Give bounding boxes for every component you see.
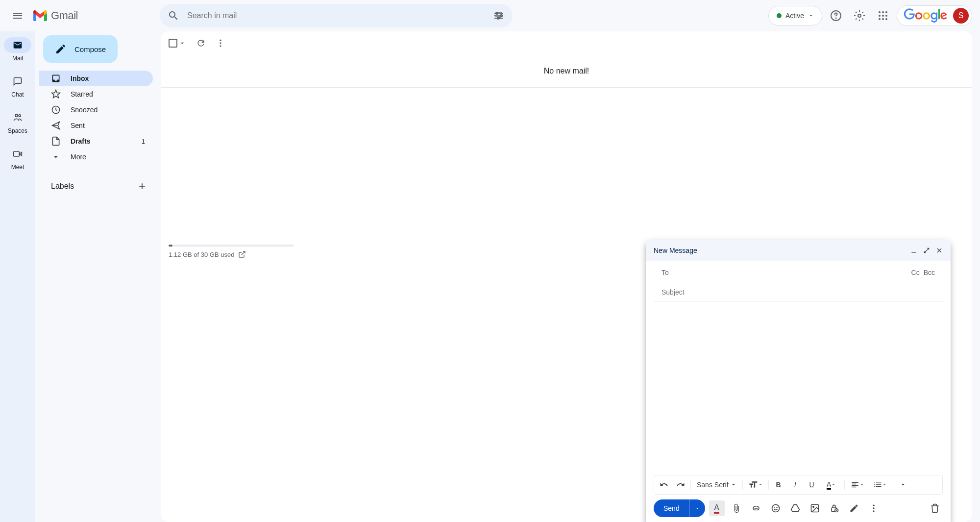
insert-signature-button[interactable] xyxy=(846,500,862,516)
more-formatting-button[interactable] xyxy=(895,477,911,493)
italic-button[interactable]: I xyxy=(787,477,803,493)
rail-item-mail[interactable]: Mail xyxy=(0,35,35,64)
insert-emoji-button[interactable] xyxy=(768,500,784,516)
open-external-icon[interactable] xyxy=(238,250,246,258)
mail-icon xyxy=(13,40,23,50)
sidebar-item-inbox[interactable]: Inbox xyxy=(39,71,153,86)
apps-grid-icon xyxy=(877,10,889,22)
more-actions-button[interactable] xyxy=(216,38,225,48)
app-name: Gmail xyxy=(51,9,78,22)
search-options-icon[interactable] xyxy=(493,10,505,22)
status-selector[interactable]: Active xyxy=(768,6,822,25)
to-input[interactable] xyxy=(675,269,911,276)
attach-file-button[interactable] xyxy=(729,500,744,516)
insert-link-button[interactable] xyxy=(748,500,764,516)
svg-point-26 xyxy=(813,506,814,508)
google-logo-icon xyxy=(903,8,948,23)
text-color-button[interactable]: A xyxy=(821,477,842,493)
add-label-button[interactable] xyxy=(137,181,147,191)
rail-item-chat[interactable]: Chat xyxy=(0,72,35,100)
chevron-down-icon xyxy=(51,152,61,162)
pen-icon xyxy=(849,503,859,513)
discard-draft-button[interactable] xyxy=(927,500,943,516)
sidebar-item-snoozed[interactable]: Snoozed xyxy=(39,102,153,118)
minimize-button[interactable] xyxy=(910,247,917,254)
account-section[interactable]: S xyxy=(897,5,972,26)
drive-icon xyxy=(790,503,800,513)
svg-point-24 xyxy=(777,507,777,508)
labels-header: Labels xyxy=(39,176,157,196)
inbox-icon xyxy=(51,74,61,83)
compose-header[interactable]: New Message xyxy=(646,240,951,261)
compose-title: New Message xyxy=(654,247,697,254)
font-size-button[interactable] xyxy=(745,477,766,493)
text-size-icon xyxy=(748,480,758,490)
dropdown-icon xyxy=(758,482,763,487)
avatar[interactable]: S xyxy=(953,8,969,24)
align-button[interactable] xyxy=(847,477,868,493)
storage-bar xyxy=(169,245,294,247)
subject-input[interactable] xyxy=(662,288,935,296)
lock-clock-icon xyxy=(830,503,839,513)
close-button[interactable] xyxy=(936,247,943,254)
apps-button[interactable] xyxy=(873,6,893,25)
main-menu-button[interactable] xyxy=(6,4,29,27)
sidebar-item-starred[interactable]: Starred xyxy=(39,86,153,102)
status-label: Active xyxy=(785,12,804,20)
search-icon xyxy=(168,10,179,22)
send-button-group: Send xyxy=(654,499,705,517)
gear-icon xyxy=(854,10,865,22)
undo-icon xyxy=(660,480,668,489)
underline-button[interactable]: U xyxy=(804,477,820,493)
font-selector[interactable]: Sans Serif xyxy=(693,481,740,489)
bold-button[interactable]: B xyxy=(771,477,786,493)
insert-drive-button[interactable] xyxy=(787,500,803,516)
close-icon xyxy=(936,247,943,254)
search-bar[interactable] xyxy=(160,4,513,27)
insert-photo-button[interactable] xyxy=(807,500,823,516)
trash-icon xyxy=(930,503,940,513)
formatting-toggle-button[interactable]: A xyxy=(709,500,725,516)
svg-point-9 xyxy=(879,15,881,17)
send-button[interactable]: Send xyxy=(654,499,689,517)
search-input[interactable] xyxy=(187,11,493,20)
rail-label: Spaces xyxy=(8,127,27,134)
select-all[interactable] xyxy=(169,39,186,48)
svg-point-6 xyxy=(879,11,881,13)
compose-button[interactable]: Compose xyxy=(43,35,118,63)
compose-window: New Message To Cc Bcc Sans Serif B I U A xyxy=(646,240,951,522)
app-rail: Mail Chat Spaces Meet xyxy=(0,31,35,522)
attachment-icon xyxy=(732,503,741,513)
image-icon xyxy=(810,503,820,513)
svg-point-7 xyxy=(882,11,884,13)
undo-button[interactable] xyxy=(656,477,672,493)
sidebar-item-more[interactable]: More xyxy=(39,149,153,165)
rail-item-meet[interactable]: Meet xyxy=(0,144,35,173)
support-button[interactable] xyxy=(826,6,846,25)
storage-text: 1.12 GB of 30 GB used xyxy=(169,251,234,258)
rail-item-spaces[interactable]: Spaces xyxy=(0,108,35,136)
settings-button[interactable] xyxy=(850,6,869,25)
bcc-button[interactable]: Bcc xyxy=(924,269,935,276)
svg-point-5 xyxy=(858,14,861,17)
sidebar-item-sent[interactable]: Sent xyxy=(39,118,153,133)
sidebar-item-drafts[interactable]: Drafts 1 xyxy=(39,133,153,149)
redo-button[interactable] xyxy=(673,477,688,493)
to-field-row: To Cc Bcc xyxy=(654,263,943,282)
gmail-logo[interactable]: Gmail xyxy=(33,9,78,22)
hamburger-icon xyxy=(12,10,24,22)
fullscreen-button[interactable] xyxy=(923,247,930,254)
list-button[interactable] xyxy=(869,477,891,493)
more-options-button[interactable] xyxy=(866,500,882,516)
confidential-mode-button[interactable] xyxy=(827,500,842,516)
clock-icon xyxy=(51,105,61,115)
dropdown-icon xyxy=(831,482,836,487)
refresh-button[interactable] xyxy=(196,38,206,48)
cc-button[interactable]: Cc xyxy=(911,269,920,276)
list-icon xyxy=(873,480,882,489)
svg-point-19 xyxy=(220,40,221,41)
svg-point-22 xyxy=(772,505,779,512)
fullscreen-icon xyxy=(923,247,930,254)
send-options-button[interactable] xyxy=(689,499,705,517)
compose-body[interactable] xyxy=(646,302,951,475)
